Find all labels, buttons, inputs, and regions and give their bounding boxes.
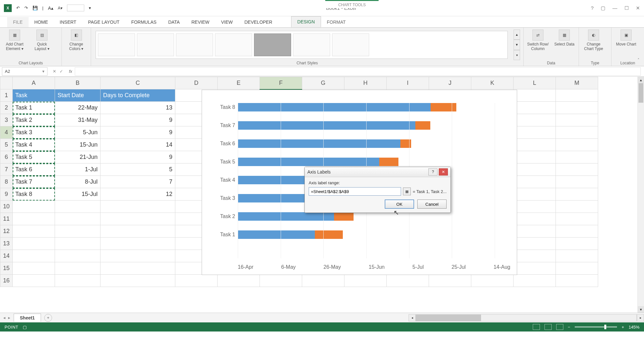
zoom-slider[interactable] xyxy=(575,326,617,328)
cell[interactable] xyxy=(13,275,55,287)
cell[interactable] xyxy=(101,262,175,275)
cell[interactable] xyxy=(556,139,598,151)
row-header[interactable]: 1 xyxy=(0,89,13,102)
cell[interactable]: 5 xyxy=(101,163,175,176)
cell[interactable] xyxy=(55,275,101,287)
cell[interactable] xyxy=(13,250,55,262)
cell[interactable] xyxy=(556,126,598,139)
select-all-corner[interactable] xyxy=(0,77,13,89)
ribbon-display-icon[interactable]: ▢ xyxy=(601,5,605,11)
cell[interactable] xyxy=(55,213,101,225)
chart-bar-series2[interactable] xyxy=(334,212,353,221)
col-header[interactable]: G xyxy=(302,77,344,89)
row-header[interactable]: 10 xyxy=(0,201,13,213)
chart-style-thumb[interactable] xyxy=(137,33,174,56)
cell[interactable] xyxy=(556,238,598,250)
cell[interactable] xyxy=(260,275,302,287)
chart-bar-series2[interactable] xyxy=(415,121,430,130)
cell[interactable]: 22-May xyxy=(55,102,101,114)
cell[interactable]: Task 6 xyxy=(13,163,55,176)
tab-home[interactable]: HOME xyxy=(29,17,54,27)
select-data-button[interactable]: ▦Select Data xyxy=(554,30,576,46)
chart-bar-series1[interactable] xyxy=(238,158,379,166)
row-header[interactable]: 7 xyxy=(0,163,13,176)
col-header[interactable]: I xyxy=(387,77,429,89)
cell[interactable]: 5-Jun xyxy=(55,126,101,139)
minimize-icon[interactable]: — xyxy=(612,5,617,11)
enter-formula-icon[interactable]: ✓ xyxy=(60,69,63,74)
tab-file[interactable]: FILE xyxy=(7,17,29,27)
cell[interactable] xyxy=(556,114,598,126)
cell[interactable]: 15-Jun xyxy=(55,139,101,151)
cell[interactable] xyxy=(101,225,175,238)
cell[interactable] xyxy=(514,250,556,262)
scroll-up-icon[interactable]: ▲ xyxy=(638,77,644,83)
cell[interactable] xyxy=(101,238,175,250)
cell[interactable] xyxy=(344,275,387,287)
gallery-scroll-down-icon[interactable]: ▼ xyxy=(514,40,520,50)
cell[interactable] xyxy=(556,151,598,163)
col-header[interactable]: E xyxy=(218,77,260,89)
font-decrease-icon[interactable]: A▾ xyxy=(58,6,62,10)
cell[interactable] xyxy=(55,262,101,275)
add-chart-element-button[interactable]: ▦Add Chart Element ▾ xyxy=(3,30,26,51)
row-header[interactable]: 16 xyxy=(0,275,13,287)
row-header[interactable]: 13 xyxy=(0,238,13,250)
collapse-ribbon-icon[interactable]: ˄ xyxy=(637,58,639,62)
dialog-titlebar[interactable]: Axis Labels ? ✕ xyxy=(305,167,450,177)
scroll-thumb[interactable] xyxy=(638,83,643,103)
cell[interactable] xyxy=(556,188,598,201)
cell[interactable]: Task 3 xyxy=(13,126,55,139)
cell[interactable] xyxy=(556,213,598,225)
cell[interactable] xyxy=(101,275,175,287)
chart-bar-row[interactable]: Task 5 xyxy=(238,158,510,166)
cell[interactable] xyxy=(514,114,556,126)
chart-bar-series1[interactable] xyxy=(238,103,431,111)
cell[interactable] xyxy=(13,225,55,238)
cell[interactable] xyxy=(514,225,556,238)
dialog-close-icon[interactable]: ✕ xyxy=(439,168,448,176)
cell[interactable] xyxy=(556,89,598,102)
col-header[interactable]: M xyxy=(556,77,598,89)
cell[interactable] xyxy=(302,275,344,287)
row-header[interactable]: 14 xyxy=(0,250,13,262)
cell[interactable]: 12 xyxy=(101,188,175,201)
cell[interactable]: 9 xyxy=(101,114,175,126)
cell[interactable] xyxy=(13,262,55,275)
cell[interactable] xyxy=(387,275,429,287)
col-header[interactable]: D xyxy=(175,77,218,89)
tab-data[interactable]: DATA xyxy=(162,17,185,27)
sheet-tab[interactable]: Sheet1 xyxy=(14,314,41,322)
axis-label-range-input[interactable] xyxy=(309,187,401,196)
zoom-out-icon[interactable]: − xyxy=(568,325,570,330)
chart-bar-series2[interactable] xyxy=(431,103,456,111)
dialog-help-icon[interactable]: ? xyxy=(428,168,437,176)
cell[interactable] xyxy=(514,262,556,275)
row-header[interactable]: 11 xyxy=(0,213,13,225)
cell[interactable]: Start Date xyxy=(55,89,101,102)
cancel-formula-icon[interactable]: ✕ xyxy=(53,69,56,74)
cell[interactable] xyxy=(556,163,598,176)
cell[interactable]: 15-Jul xyxy=(55,188,101,201)
cell[interactable] xyxy=(101,250,175,262)
tab-review[interactable]: REVIEW xyxy=(185,17,215,27)
chart-bar-series2[interactable] xyxy=(400,139,411,148)
qa-dropdown[interactable] xyxy=(67,5,85,11)
col-header[interactable]: B xyxy=(55,77,101,89)
tab-developer[interactable]: DEVELOPER xyxy=(238,17,278,27)
scroll-down-icon[interactable]: ▼ xyxy=(638,306,644,313)
cell[interactable] xyxy=(556,275,598,287)
row-header[interactable]: 9 xyxy=(0,188,13,201)
chart-styles-gallery[interactable] xyxy=(96,31,508,59)
cell[interactable] xyxy=(514,188,556,201)
row-header[interactable]: 8 xyxy=(0,176,13,188)
cell[interactable] xyxy=(514,201,556,213)
sheet-nav-next-icon[interactable]: ▸ xyxy=(8,315,10,320)
tab-format[interactable]: FORMAT xyxy=(321,17,352,27)
chart-style-thumb-selected[interactable] xyxy=(254,33,291,56)
chart-bar-row[interactable]: Task 6 xyxy=(238,139,510,148)
quick-layout-button[interactable]: ▤Quick Layout ▾ xyxy=(31,30,53,51)
undo-icon[interactable]: ↶ xyxy=(16,6,20,10)
maximize-icon[interactable]: ☐ xyxy=(624,5,629,11)
cell[interactable]: Task 8 xyxy=(13,188,55,201)
